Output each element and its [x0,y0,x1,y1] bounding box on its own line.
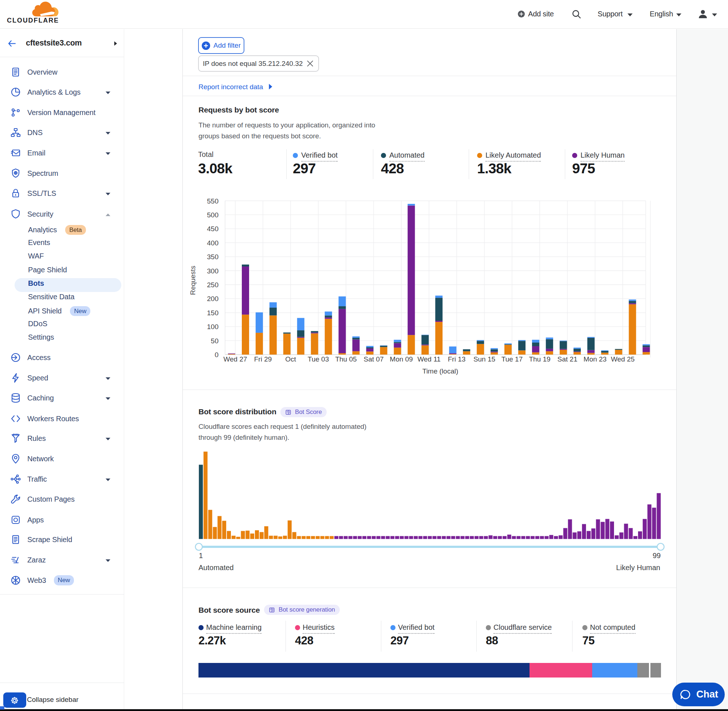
svg-text:Thu 05: Thu 05 [335,356,357,363]
svg-text:Wed 11: Wed 11 [417,356,441,363]
svg-text:150: 150 [207,309,219,317]
svg-text:0: 0 [214,351,219,358]
svg-text:Fri 13: Fri 13 [448,356,466,363]
svg-text:Wed 25: Wed 25 [611,356,634,363]
svg-text:200: 200 [207,295,219,302]
svg-text:Tue 17: Tue 17 [502,356,523,363]
svg-text:Time (local): Time (local) [422,367,459,375]
svg-text:500: 500 [207,211,219,219]
svg-text:450: 450 [207,225,219,233]
svg-text:50: 50 [211,337,219,345]
svg-text:Mon 09: Mon 09 [390,356,413,363]
svg-text:Fri 29: Fri 29 [254,356,272,363]
svg-text:Sat 07: Sat 07 [364,356,384,363]
svg-text:400: 400 [207,239,219,247]
svg-text:300: 300 [207,267,219,275]
svg-text:Sat 21: Sat 21 [558,356,577,363]
svg-text:250: 250 [207,281,219,289]
svg-text:100: 100 [207,323,219,330]
svg-text:Wed 27: Wed 27 [223,356,247,363]
svg-text:Mon 23: Mon 23 [583,356,606,363]
svg-text:Requests: Requests [189,266,196,295]
svg-text:Oct: Oct [285,356,296,363]
svg-text:Tue 03: Tue 03 [308,356,329,363]
svg-text:550: 550 [207,197,219,205]
svg-text:350: 350 [207,253,219,261]
svg-text:Sun 15: Sun 15 [473,356,495,363]
svg-text:Thu 19: Thu 19 [529,356,550,363]
